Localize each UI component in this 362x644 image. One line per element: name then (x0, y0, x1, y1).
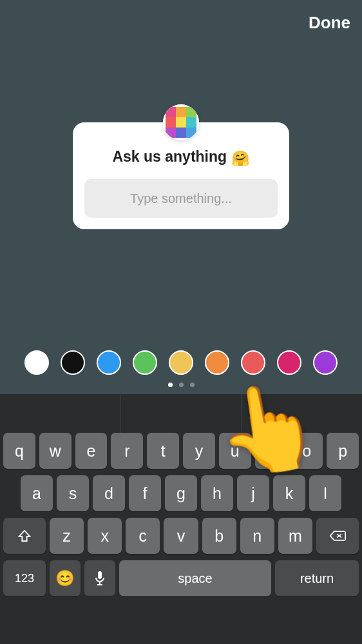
hugging-face-emoji: 🤗 (231, 150, 250, 167)
emoji-key[interactable]: 😊 (50, 560, 81, 596)
key-j[interactable]: j (237, 475, 269, 511)
color-swatch[interactable] (133, 350, 157, 375)
key-g[interactable]: g (165, 475, 197, 511)
avatar (163, 104, 199, 140)
backspace-key[interactable] (316, 518, 359, 554)
key-i[interactable]: i (255, 433, 287, 469)
svg-rect-10 (186, 128, 196, 138)
key-q[interactable]: q (3, 433, 35, 469)
key-p[interactable]: p (327, 433, 359, 469)
key-f[interactable]: f (129, 475, 161, 511)
color-swatch[interactable] (313, 350, 338, 375)
pager-dot[interactable] (168, 383, 173, 387)
keyboard-row-4: 123😊spacereturn (0, 560, 362, 596)
shift-key[interactable] (3, 518, 46, 554)
question-prompt[interactable]: Ask us anything 🤗 (84, 148, 278, 167)
svg-rect-11 (98, 571, 102, 579)
svg-rect-4 (186, 107, 196, 117)
key-a[interactable]: a (21, 475, 53, 511)
suggestion-slot[interactable] (121, 394, 242, 433)
key-k[interactable]: k (273, 475, 305, 511)
key-z[interactable]: z (50, 518, 84, 554)
svg-rect-6 (176, 117, 186, 128)
space-key[interactable]: space (119, 560, 271, 596)
key-d[interactable]: d (93, 475, 125, 511)
suggestion-slot[interactable] (0, 394, 121, 433)
prompt-text: Ask us anything (112, 148, 231, 165)
color-swatch[interactable] (277, 350, 301, 375)
svg-rect-8 (166, 128, 176, 138)
svg-rect-2 (166, 107, 176, 117)
keyboard-suggestion-bar (0, 394, 362, 433)
keyboard-row-3: zxcvbnm (0, 518, 362, 554)
key-h[interactable]: h (201, 475, 233, 511)
key-l[interactable]: l (309, 475, 341, 511)
key-b[interactable]: b (202, 518, 236, 554)
keyboard-row-1: qwertyuiop (0, 433, 362, 469)
story-editor-header: Done (0, 0, 362, 45)
question-sticker[interactable]: Ask us anything 🤗 Type something... (73, 122, 289, 229)
keyboard-row-2: asdfghjkl (0, 475, 362, 511)
ios-keyboard: qwertyuiop asdfghjkl zxcvbnm 123😊spacere… (0, 394, 362, 644)
pager-dot[interactable] (179, 383, 184, 387)
key-v[interactable]: v (164, 518, 198, 554)
key-t[interactable]: t (147, 433, 179, 469)
key-o[interactable]: o (291, 433, 323, 469)
done-button[interactable]: Done (309, 13, 350, 33)
color-swatch[interactable] (97, 350, 121, 375)
color-palette (0, 350, 362, 375)
answer-input[interactable]: Type something... (84, 179, 278, 218)
answer-placeholder: Type something... (130, 191, 232, 206)
question-card: Ask us anything 🤗 Type something... (73, 122, 289, 229)
key-w[interactable]: w (39, 433, 71, 469)
palette-pager (0, 383, 362, 387)
svg-rect-7 (186, 117, 196, 128)
key-e[interactable]: e (75, 433, 108, 469)
key-c[interactable]: c (126, 518, 160, 554)
dictation-key[interactable] (84, 560, 115, 596)
svg-rect-12 (99, 582, 100, 584)
key-y[interactable]: y (183, 433, 215, 469)
color-swatch[interactable] (205, 350, 229, 375)
svg-rect-9 (176, 128, 186, 138)
pager-dot[interactable] (190, 383, 195, 387)
key-r[interactable]: r (111, 433, 143, 469)
color-swatch[interactable] (24, 350, 49, 375)
suggestion-slot[interactable] (242, 394, 362, 433)
return-key[interactable]: return (275, 560, 359, 596)
color-swatch[interactable] (241, 350, 265, 375)
svg-rect-5 (166, 117, 176, 128)
color-swatch[interactable] (61, 350, 85, 375)
numbers-key[interactable]: 123 (3, 560, 46, 596)
color-swatch[interactable] (169, 350, 193, 375)
svg-rect-3 (176, 107, 186, 117)
key-n[interactable]: n (240, 518, 274, 554)
key-m[interactable]: m (278, 518, 312, 554)
key-u[interactable]: u (219, 433, 251, 469)
svg-rect-13 (97, 584, 102, 585)
key-x[interactable]: x (88, 518, 122, 554)
key-s[interactable]: s (57, 475, 89, 511)
